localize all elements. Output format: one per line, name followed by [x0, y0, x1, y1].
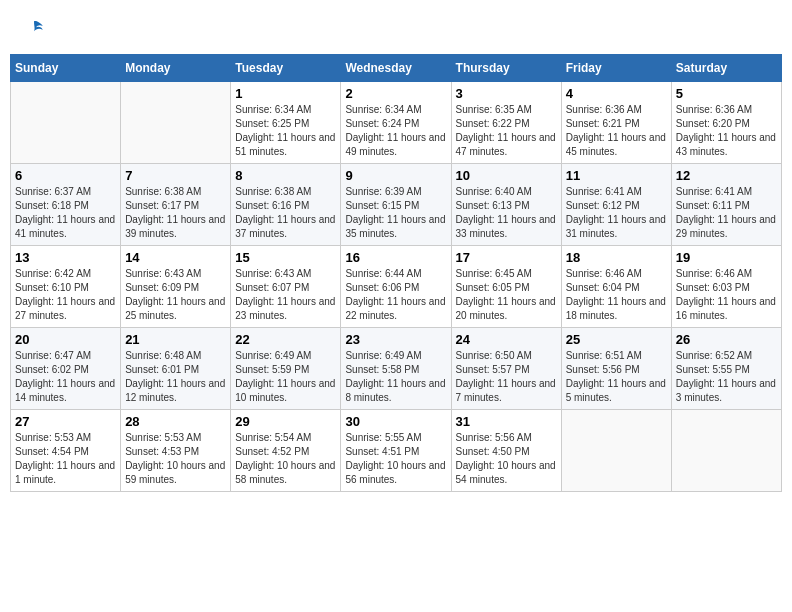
day-number: 20	[15, 332, 116, 347]
calendar-cell: 7Sunrise: 6:38 AM Sunset: 6:17 PM Daylig…	[121, 164, 231, 246]
calendar-cell: 5Sunrise: 6:36 AM Sunset: 6:20 PM Daylig…	[671, 82, 781, 164]
day-info: Sunrise: 5:54 AM Sunset: 4:52 PM Dayligh…	[235, 431, 336, 487]
logo	[20, 18, 44, 38]
day-number: 14	[125, 250, 226, 265]
calendar-header: SundayMondayTuesdayWednesdayThursdayFrid…	[11, 55, 782, 82]
calendar-cell: 15Sunrise: 6:43 AM Sunset: 6:07 PM Dayli…	[231, 246, 341, 328]
day-number: 5	[676, 86, 777, 101]
day-number: 9	[345, 168, 446, 183]
day-number: 31	[456, 414, 557, 429]
day-number: 27	[15, 414, 116, 429]
calendar-cell: 8Sunrise: 6:38 AM Sunset: 6:16 PM Daylig…	[231, 164, 341, 246]
day-number: 2	[345, 86, 446, 101]
day-info: Sunrise: 6:34 AM Sunset: 6:24 PM Dayligh…	[345, 103, 446, 159]
calendar-body: 1Sunrise: 6:34 AM Sunset: 6:25 PM Daylig…	[11, 82, 782, 492]
day-info: Sunrise: 6:43 AM Sunset: 6:07 PM Dayligh…	[235, 267, 336, 323]
day-info: Sunrise: 6:44 AM Sunset: 6:06 PM Dayligh…	[345, 267, 446, 323]
calendar-cell: 19Sunrise: 6:46 AM Sunset: 6:03 PM Dayli…	[671, 246, 781, 328]
calendar-cell: 30Sunrise: 5:55 AM Sunset: 4:51 PM Dayli…	[341, 410, 451, 492]
day-number: 11	[566, 168, 667, 183]
calendar-cell: 12Sunrise: 6:41 AM Sunset: 6:11 PM Dayli…	[671, 164, 781, 246]
calendar-table: SundayMondayTuesdayWednesdayThursdayFrid…	[10, 54, 782, 492]
calendar-cell: 9Sunrise: 6:39 AM Sunset: 6:15 PM Daylig…	[341, 164, 451, 246]
logo-bird-icon	[24, 18, 44, 38]
calendar-cell: 31Sunrise: 5:56 AM Sunset: 4:50 PM Dayli…	[451, 410, 561, 492]
day-info: Sunrise: 6:41 AM Sunset: 6:11 PM Dayligh…	[676, 185, 777, 241]
day-info: Sunrise: 5:56 AM Sunset: 4:50 PM Dayligh…	[456, 431, 557, 487]
day-info: Sunrise: 6:50 AM Sunset: 5:57 PM Dayligh…	[456, 349, 557, 405]
day-info: Sunrise: 6:42 AM Sunset: 6:10 PM Dayligh…	[15, 267, 116, 323]
day-number: 30	[345, 414, 446, 429]
calendar-cell	[671, 410, 781, 492]
calendar-cell: 20Sunrise: 6:47 AM Sunset: 6:02 PM Dayli…	[11, 328, 121, 410]
day-number: 22	[235, 332, 336, 347]
calendar-cell: 4Sunrise: 6:36 AM Sunset: 6:21 PM Daylig…	[561, 82, 671, 164]
page-header	[10, 10, 782, 46]
day-info: Sunrise: 5:53 AM Sunset: 4:53 PM Dayligh…	[125, 431, 226, 487]
calendar-cell: 14Sunrise: 6:43 AM Sunset: 6:09 PM Dayli…	[121, 246, 231, 328]
calendar-cell: 17Sunrise: 6:45 AM Sunset: 6:05 PM Dayli…	[451, 246, 561, 328]
calendar-cell: 26Sunrise: 6:52 AM Sunset: 5:55 PM Dayli…	[671, 328, 781, 410]
calendar-cell: 27Sunrise: 5:53 AM Sunset: 4:54 PM Dayli…	[11, 410, 121, 492]
weekday-header-friday: Friday	[561, 55, 671, 82]
calendar-week-5: 27Sunrise: 5:53 AM Sunset: 4:54 PM Dayli…	[11, 410, 782, 492]
weekday-header-sunday: Sunday	[11, 55, 121, 82]
calendar-cell: 25Sunrise: 6:51 AM Sunset: 5:56 PM Dayli…	[561, 328, 671, 410]
day-info: Sunrise: 6:46 AM Sunset: 6:03 PM Dayligh…	[676, 267, 777, 323]
weekday-header-thursday: Thursday	[451, 55, 561, 82]
calendar-cell: 21Sunrise: 6:48 AM Sunset: 6:01 PM Dayli…	[121, 328, 231, 410]
day-info: Sunrise: 6:52 AM Sunset: 5:55 PM Dayligh…	[676, 349, 777, 405]
weekday-header-monday: Monday	[121, 55, 231, 82]
day-info: Sunrise: 6:46 AM Sunset: 6:04 PM Dayligh…	[566, 267, 667, 323]
weekday-header-tuesday: Tuesday	[231, 55, 341, 82]
day-info: Sunrise: 6:35 AM Sunset: 6:22 PM Dayligh…	[456, 103, 557, 159]
day-info: Sunrise: 6:38 AM Sunset: 6:16 PM Dayligh…	[235, 185, 336, 241]
day-info: Sunrise: 6:34 AM Sunset: 6:25 PM Dayligh…	[235, 103, 336, 159]
day-number: 29	[235, 414, 336, 429]
day-info: Sunrise: 6:41 AM Sunset: 6:12 PM Dayligh…	[566, 185, 667, 241]
day-info: Sunrise: 6:51 AM Sunset: 5:56 PM Dayligh…	[566, 349, 667, 405]
calendar-cell: 11Sunrise: 6:41 AM Sunset: 6:12 PM Dayli…	[561, 164, 671, 246]
day-number: 6	[15, 168, 116, 183]
calendar-week-3: 13Sunrise: 6:42 AM Sunset: 6:10 PM Dayli…	[11, 246, 782, 328]
weekday-header-saturday: Saturday	[671, 55, 781, 82]
day-number: 16	[345, 250, 446, 265]
day-number: 17	[456, 250, 557, 265]
calendar-cell: 1Sunrise: 6:34 AM Sunset: 6:25 PM Daylig…	[231, 82, 341, 164]
day-number: 21	[125, 332, 226, 347]
calendar-cell: 2Sunrise: 6:34 AM Sunset: 6:24 PM Daylig…	[341, 82, 451, 164]
calendar-cell: 6Sunrise: 6:37 AM Sunset: 6:18 PM Daylig…	[11, 164, 121, 246]
day-info: Sunrise: 6:49 AM Sunset: 5:58 PM Dayligh…	[345, 349, 446, 405]
day-number: 1	[235, 86, 336, 101]
day-info: Sunrise: 6:49 AM Sunset: 5:59 PM Dayligh…	[235, 349, 336, 405]
day-number: 23	[345, 332, 446, 347]
day-number: 13	[15, 250, 116, 265]
calendar-week-2: 6Sunrise: 6:37 AM Sunset: 6:18 PM Daylig…	[11, 164, 782, 246]
day-number: 26	[676, 332, 777, 347]
day-info: Sunrise: 6:47 AM Sunset: 6:02 PM Dayligh…	[15, 349, 116, 405]
calendar-cell	[561, 410, 671, 492]
day-info: Sunrise: 6:43 AM Sunset: 6:09 PM Dayligh…	[125, 267, 226, 323]
calendar-cell: 10Sunrise: 6:40 AM Sunset: 6:13 PM Dayli…	[451, 164, 561, 246]
day-number: 24	[456, 332, 557, 347]
calendar-cell	[11, 82, 121, 164]
day-info: Sunrise: 5:53 AM Sunset: 4:54 PM Dayligh…	[15, 431, 116, 487]
calendar-cell: 22Sunrise: 6:49 AM Sunset: 5:59 PM Dayli…	[231, 328, 341, 410]
day-number: 19	[676, 250, 777, 265]
calendar-week-1: 1Sunrise: 6:34 AM Sunset: 6:25 PM Daylig…	[11, 82, 782, 164]
day-info: Sunrise: 6:40 AM Sunset: 6:13 PM Dayligh…	[456, 185, 557, 241]
day-info: Sunrise: 6:38 AM Sunset: 6:17 PM Dayligh…	[125, 185, 226, 241]
day-info: Sunrise: 6:45 AM Sunset: 6:05 PM Dayligh…	[456, 267, 557, 323]
calendar-week-4: 20Sunrise: 6:47 AM Sunset: 6:02 PM Dayli…	[11, 328, 782, 410]
day-number: 25	[566, 332, 667, 347]
day-number: 10	[456, 168, 557, 183]
day-number: 3	[456, 86, 557, 101]
day-info: Sunrise: 6:37 AM Sunset: 6:18 PM Dayligh…	[15, 185, 116, 241]
day-number: 4	[566, 86, 667, 101]
day-number: 12	[676, 168, 777, 183]
day-info: Sunrise: 6:39 AM Sunset: 6:15 PM Dayligh…	[345, 185, 446, 241]
day-number: 15	[235, 250, 336, 265]
calendar-cell: 23Sunrise: 6:49 AM Sunset: 5:58 PM Dayli…	[341, 328, 451, 410]
calendar-cell: 29Sunrise: 5:54 AM Sunset: 4:52 PM Dayli…	[231, 410, 341, 492]
weekday-header-wednesday: Wednesday	[341, 55, 451, 82]
